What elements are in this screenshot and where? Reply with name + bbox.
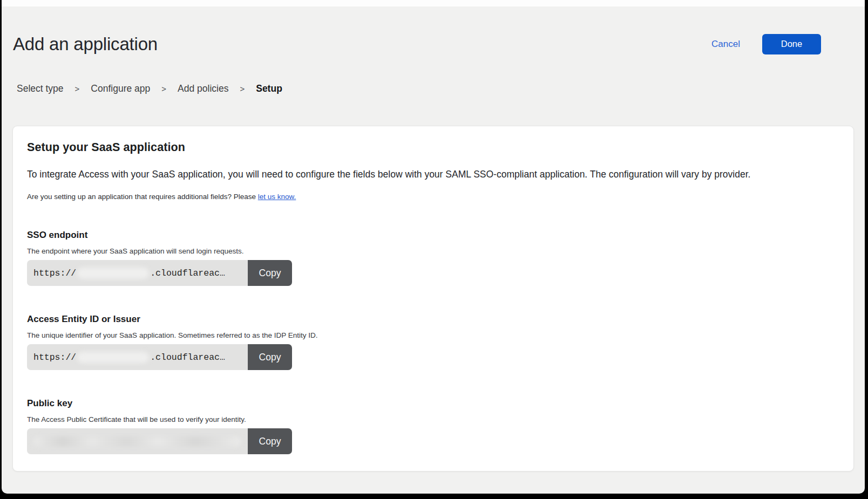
field-label: Public key	[27, 398, 839, 409]
field-label: Access Entity ID or Issuer	[27, 314, 839, 325]
field-group-sso-endpoint: SSO endpoint The endpoint where your Saa…	[27, 230, 839, 286]
redacted-public-key	[33, 436, 241, 447]
page-title: Add an application	[13, 33, 158, 55]
card-heading: Setup your SaaS application	[27, 141, 839, 154]
field-description: The Access Public Certificate that will …	[27, 415, 839, 423]
public-key-value	[27, 428, 248, 454]
sso-endpoint-value-row: https:// .cloudflareac… Copy	[27, 260, 292, 286]
value-prefix: https://	[33, 268, 76, 278]
entity-id-value-row: https:// .cloudflareac… Copy	[27, 344, 292, 370]
card-intro-text: To integrate Access with your SaaS appli…	[27, 168, 839, 181]
field-group-access-entity-id: Access Entity ID or Issuer The unique id…	[27, 314, 839, 370]
field-description: The unique identifier of your SaaS appli…	[27, 331, 839, 339]
copy-button[interactable]: Copy	[248, 344, 292, 370]
copy-button[interactable]: Copy	[248, 260, 292, 286]
breadcrumb-item-configure-app[interactable]: Configure app	[91, 83, 150, 94]
cancel-button[interactable]: Cancel	[711, 39, 740, 50]
setup-card: Setup your SaaS application To integrate…	[12, 126, 854, 471]
window-top-strip	[2, 0, 865, 6]
copy-button[interactable]: Copy	[248, 428, 292, 454]
card-hint-text: Are you setting up an application that r…	[27, 193, 839, 201]
breadcrumb-item-setup-current: Setup	[256, 83, 282, 94]
value-suffix: .cloudflareac…	[150, 352, 225, 363]
let-us-know-link[interactable]: let us know.	[258, 193, 296, 201]
page-header: Add an application Cancel Done	[2, 33, 865, 55]
field-description: The endpoint where your SaaS application…	[27, 247, 839, 255]
breadcrumb: Select type > Configure app > Add polici…	[17, 83, 865, 94]
breadcrumb-separator: >	[75, 84, 80, 93]
hint-prefix-text: Are you setting up an application that r…	[27, 193, 258, 201]
redacted-subdomain	[77, 268, 149, 279]
field-label: SSO endpoint	[27, 230, 839, 241]
field-group-public-key: Public key The Access Public Certificate…	[27, 398, 839, 454]
breadcrumb-item-add-policies[interactable]: Add policies	[178, 83, 228, 94]
done-button[interactable]: Done	[762, 34, 821, 54]
redacted-subdomain	[77, 352, 149, 363]
public-key-value-row: Copy	[27, 428, 292, 454]
breadcrumb-item-select-type[interactable]: Select type	[17, 83, 64, 94]
app-window: Add an application Cancel Done Select ty…	[2, 0, 865, 494]
value-suffix: .cloudflareac…	[150, 268, 225, 278]
entity-id-value: https:// .cloudflareac…	[27, 344, 248, 370]
value-prefix: https://	[33, 352, 76, 363]
header-actions: Cancel Done	[711, 34, 821, 54]
breadcrumb-separator: >	[161, 84, 166, 93]
sso-endpoint-value: https:// .cloudflareac…	[27, 260, 248, 286]
breadcrumb-separator: >	[240, 84, 245, 93]
